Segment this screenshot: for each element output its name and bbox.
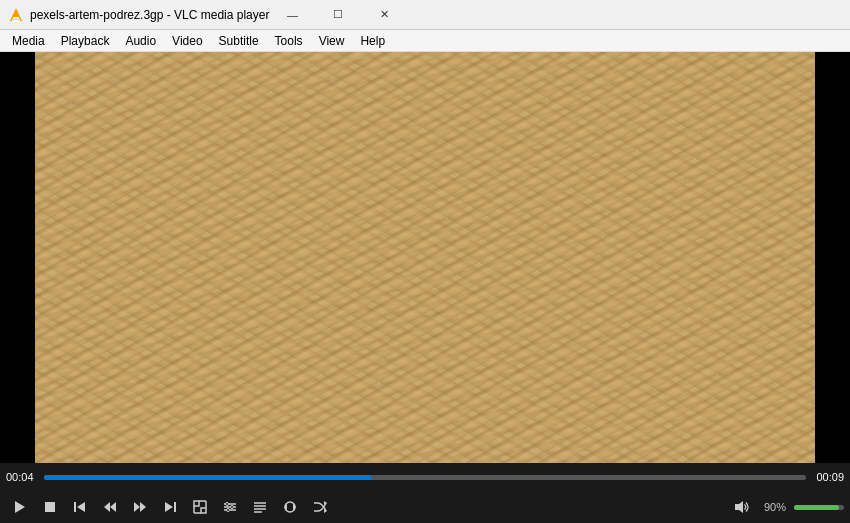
prev-icon [72, 499, 88, 515]
volume-label: 90% [764, 501, 786, 513]
menu-bar: Media Playback Audio Video Subtitle Tool… [0, 30, 850, 52]
menu-video[interactable]: Video [164, 30, 210, 52]
skip-back-icon [102, 499, 118, 515]
fullscreen-icon [192, 499, 208, 515]
menu-subtitle[interactable]: Subtitle [211, 30, 267, 52]
svg-rect-5 [74, 502, 76, 512]
skip-fwd-icon [132, 499, 148, 515]
svg-marker-12 [165, 502, 173, 512]
menu-playback[interactable]: Playback [53, 30, 118, 52]
extended-button[interactable] [216, 493, 244, 521]
vlc-icon [8, 7, 24, 23]
title-bar: pexels-artem-podrez.3gp - VLC media play… [0, 0, 850, 30]
window-controls: — ☐ ✕ [269, 0, 407, 30]
controls-area: 00:04 00:09 [0, 463, 850, 523]
skip-back-button[interactable] [96, 493, 124, 521]
progress-row: 00:04 00:09 [6, 467, 844, 487]
black-bar-left [0, 52, 35, 463]
volume-controls: 90% [728, 493, 844, 521]
buttons-row: 90% [6, 491, 844, 523]
svg-marker-6 [77, 502, 85, 512]
svg-rect-2 [12, 19, 20, 21]
svg-rect-1 [13, 17, 19, 19]
extended-icon [222, 499, 238, 515]
volume-button[interactable] [728, 493, 756, 521]
svg-point-24 [227, 509, 230, 512]
progress-bar[interactable] [44, 475, 806, 480]
skip-fwd-button[interactable] [126, 493, 154, 521]
svg-rect-14 [201, 508, 206, 513]
menu-view[interactable]: View [311, 30, 353, 52]
menu-audio[interactable]: Audio [117, 30, 164, 52]
menu-media[interactable]: Media [4, 30, 53, 52]
random-button[interactable] [306, 493, 334, 521]
svg-marker-0 [10, 8, 22, 21]
progress-bar-fill [44, 475, 372, 480]
menu-help[interactable]: Help [352, 30, 393, 52]
next-icon [162, 499, 178, 515]
stop-icon [42, 499, 58, 515]
svg-marker-9 [134, 502, 140, 512]
random-icon [312, 499, 328, 515]
svg-marker-10 [140, 502, 146, 512]
volume-bar[interactable] [794, 505, 844, 510]
window-title: pexels-artem-podrez.3gp - VLC media play… [30, 8, 269, 22]
loop-icon [282, 499, 298, 515]
volume-bar-fill [794, 505, 839, 510]
svg-point-23 [231, 506, 234, 509]
play-button[interactable] [6, 493, 34, 521]
playlist-icon [252, 499, 268, 515]
minimize-button[interactable]: — [269, 0, 315, 30]
svg-rect-4 [45, 502, 55, 512]
svg-rect-11 [174, 502, 176, 512]
video-content [35, 52, 815, 463]
svg-point-22 [226, 503, 229, 506]
time-current: 00:04 [6, 471, 38, 483]
svg-marker-8 [110, 502, 116, 512]
fullscreen-button[interactable] [186, 493, 214, 521]
svg-marker-3 [15, 501, 25, 513]
playlist-button[interactable] [246, 493, 274, 521]
menu-tools[interactable]: Tools [267, 30, 311, 52]
play-icon [12, 499, 28, 515]
close-button[interactable]: ✕ [361, 0, 407, 30]
svg-rect-13 [194, 501, 199, 506]
loop-button[interactable] [276, 493, 304, 521]
volume-icon [734, 499, 750, 515]
stop-button[interactable] [36, 493, 64, 521]
next-button[interactable] [156, 493, 184, 521]
black-bar-right [815, 52, 850, 463]
video-area[interactable] [0, 52, 850, 463]
svg-marker-35 [735, 501, 743, 513]
maximize-button[interactable]: ☐ [315, 0, 361, 30]
prev-button[interactable] [66, 493, 94, 521]
svg-marker-7 [104, 502, 110, 512]
time-total: 00:09 [812, 471, 844, 483]
